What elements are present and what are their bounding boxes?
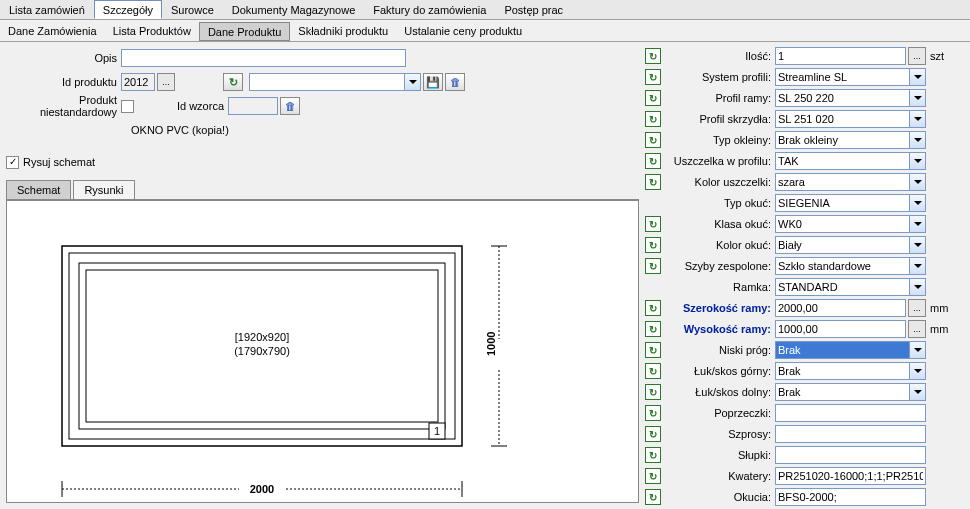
prop-combo[interactable] [775, 341, 926, 359]
refresh-prop-icon[interactable]: ↻ [645, 216, 661, 232]
id-produktu-browse-button[interactable]: ... [157, 73, 175, 91]
prop-browse-button[interactable]: ... [908, 47, 926, 65]
refresh-icon[interactable]: ↻ [223, 73, 243, 91]
top-tab-5[interactable]: Postęp prac [495, 0, 572, 19]
id-produktu-input[interactable] [121, 73, 155, 91]
refresh-prop-icon[interactable]: ↻ [645, 300, 661, 316]
dropdown-icon[interactable] [909, 215, 926, 233]
prop-combo-input[interactable] [775, 131, 909, 149]
dropdown-icon[interactable] [909, 362, 926, 380]
prop-input[interactable] [775, 446, 926, 464]
dropdown-icon[interactable] [909, 341, 926, 359]
delete-wzorca-icon[interactable]: 🗑 [280, 97, 300, 115]
niestandardowy-checkbox[interactable] [121, 100, 134, 113]
prop-combo-input[interactable] [775, 194, 909, 212]
prop-input[interactable] [775, 47, 906, 65]
prop-input[interactable] [775, 404, 926, 422]
prop-combo[interactable] [775, 257, 926, 275]
sub-tab-1[interactable]: Lista Produktów [105, 22, 199, 41]
prop-combo-input[interactable] [775, 341, 909, 359]
top-tab-2[interactable]: Surowce [162, 0, 223, 19]
prop-combo-input[interactable] [775, 257, 909, 275]
dropdown-icon[interactable] [909, 173, 926, 191]
prop-combo[interactable] [775, 131, 926, 149]
dropdown-icon[interactable] [909, 68, 926, 86]
prop-combo[interactable] [775, 362, 926, 380]
prop-combo-input[interactable] [775, 68, 909, 86]
refresh-prop-icon[interactable]: ↻ [645, 48, 661, 64]
refresh-prop-icon[interactable]: ↻ [645, 342, 661, 358]
prop-combo[interactable] [775, 236, 926, 254]
prop-label: Poprzeczki: [665, 407, 775, 419]
refresh-prop-icon[interactable]: ↻ [645, 384, 661, 400]
prop-combo-input[interactable] [775, 215, 909, 233]
refresh-prop-icon[interactable]: ↻ [645, 363, 661, 379]
id-wzorca-input[interactable] [228, 97, 278, 115]
refresh-prop-icon[interactable]: ↻ [645, 132, 661, 148]
dropdown-icon[interactable] [909, 131, 926, 149]
prop-combo[interactable] [775, 173, 926, 191]
refresh-prop-icon[interactable]: ↻ [645, 174, 661, 190]
prop-combo-input[interactable] [775, 236, 909, 254]
refresh-prop-icon[interactable]: ↻ [645, 489, 661, 505]
prop-input[interactable] [775, 425, 926, 443]
prop-combo[interactable] [775, 110, 926, 128]
sub-tab-2[interactable]: Dane Produktu [199, 22, 290, 41]
opis-input[interactable] [121, 49, 406, 67]
refresh-prop-icon[interactable]: ↻ [645, 468, 661, 484]
prop-combo[interactable] [775, 89, 926, 107]
refresh-prop-icon[interactable]: ↻ [645, 426, 661, 442]
delete-icon[interactable]: 🗑 [445, 73, 465, 91]
refresh-prop-icon[interactable]: ↻ [645, 321, 661, 337]
refresh-prop-icon[interactable]: ↻ [645, 90, 661, 106]
dropdown-icon[interactable] [909, 383, 926, 401]
inner-tab-1[interactable]: Rysunki [73, 180, 134, 199]
prop-combo-input[interactable] [775, 110, 909, 128]
prop-combo-input[interactable] [775, 383, 909, 401]
prop-combo-input[interactable] [775, 89, 909, 107]
dropdown-icon[interactable] [909, 236, 926, 254]
dropdown-icon[interactable] [909, 278, 926, 296]
product-combo-input[interactable] [249, 73, 404, 91]
save-icon[interactable]: 💾 [423, 73, 443, 91]
prop-combo[interactable] [775, 152, 926, 170]
sub-tab-3[interactable]: Składniki produktu [290, 22, 396, 41]
dropdown-icon[interactable] [404, 73, 421, 91]
dropdown-icon[interactable] [909, 110, 926, 128]
prop-combo[interactable] [775, 383, 926, 401]
prop-combo[interactable] [775, 194, 926, 212]
inner-tab-0[interactable]: Schemat [6, 180, 71, 199]
sub-tab-0[interactable]: Dane Zamówienia [0, 22, 105, 41]
prop-input[interactable] [775, 467, 926, 485]
top-tab-4[interactable]: Faktury do zamówienia [364, 0, 495, 19]
product-combo[interactable] [249, 73, 421, 91]
top-tab-3[interactable]: Dokumenty Magazynowe [223, 0, 365, 19]
prop-combo-input[interactable] [775, 152, 909, 170]
top-tab-0[interactable]: Lista zamówień [0, 0, 94, 19]
refresh-prop-icon[interactable]: ↻ [645, 447, 661, 463]
dropdown-icon[interactable] [909, 89, 926, 107]
top-tab-1[interactable]: Szczegóły [94, 0, 162, 19]
rysuj-schemat-checkbox[interactable] [6, 156, 19, 169]
refresh-prop-icon[interactable]: ↻ [645, 237, 661, 253]
sub-tab-4[interactable]: Ustalanie ceny produktu [396, 22, 530, 41]
prop-combo-input[interactable] [775, 173, 909, 191]
prop-input[interactable] [775, 320, 906, 338]
refresh-prop-icon[interactable]: ↻ [645, 153, 661, 169]
prop-combo[interactable] [775, 278, 926, 296]
dropdown-icon[interactable] [909, 257, 926, 275]
prop-combo-input[interactable] [775, 362, 909, 380]
prop-browse-button[interactable]: ... [908, 299, 926, 317]
prop-combo-input[interactable] [775, 278, 909, 296]
dropdown-icon[interactable] [909, 194, 926, 212]
prop-input[interactable] [775, 299, 906, 317]
refresh-prop-icon[interactable]: ↻ [645, 405, 661, 421]
refresh-prop-icon[interactable]: ↻ [645, 258, 661, 274]
prop-input[interactable] [775, 488, 926, 506]
refresh-prop-icon[interactable]: ↻ [645, 111, 661, 127]
refresh-prop-icon[interactable]: ↻ [645, 69, 661, 85]
prop-browse-button[interactable]: ... [908, 320, 926, 338]
dropdown-icon[interactable] [909, 152, 926, 170]
prop-combo[interactable] [775, 215, 926, 233]
prop-combo[interactable] [775, 68, 926, 86]
